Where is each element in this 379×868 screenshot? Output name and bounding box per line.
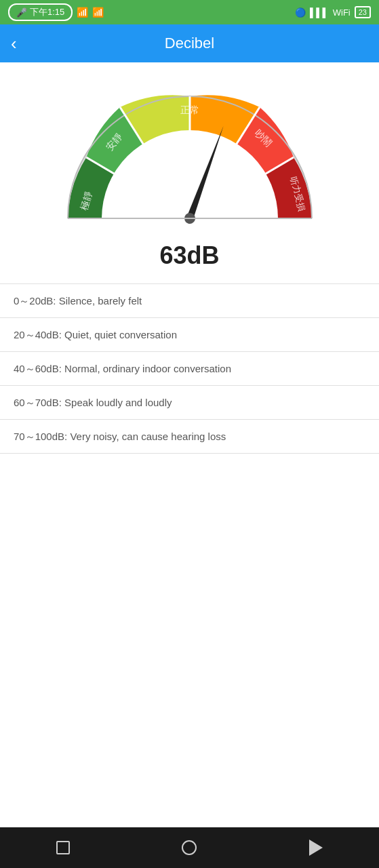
- wifi-icon: 📶: [92, 7, 104, 18]
- status-left: 🎤 下午1:15 📶 📶: [8, 3, 104, 21]
- info-range-4: 70～100dB:: [14, 431, 67, 442]
- status-right: 🔵 ▌▌▌ WiFi 23: [295, 6, 371, 18]
- signal-bars: ▌▌▌: [310, 7, 329, 18]
- status-bar: 🎤 下午1:15 📶 📶 🔵 ▌▌▌ WiFi 23: [0, 0, 379, 24]
- triangle-icon: [309, 840, 323, 856]
- info-list: 0～20dB: Silence, barely felt 20～40dB: Qu…: [0, 277, 379, 460]
- info-desc-2: Normal, ordinary indoor conversation: [64, 363, 231, 374]
- battery-icon: 23: [355, 6, 371, 18]
- info-range-3: 60～70dB:: [14, 397, 62, 408]
- info-item-3: 60～70dB: Speak loudly and loudly: [0, 386, 379, 420]
- main-content: 極靜 安靜 正常 吵鬧 听力受損: [0, 62, 379, 827]
- info-item-1: 20～40dB: Quiet, quiet conversation: [0, 318, 379, 352]
- db-reading: 63dB: [159, 241, 219, 270]
- circle-icon: [182, 840, 197, 855]
- nav-home-button[interactable]: [172, 831, 206, 865]
- gauge-wrapper: 極靜 安靜 正常 吵鬧 听力受損: [47, 76, 332, 239]
- square-icon: [56, 841, 70, 854]
- info-desc-3: Speak loudly and loudly: [64, 397, 172, 408]
- wifi-icon2: WiFi: [333, 7, 351, 18]
- back-button[interactable]: ‹: [11, 35, 17, 52]
- info-desc-4: Very noisy, can cause hearing loss: [70, 431, 226, 442]
- signal-icon: 📶: [77, 7, 88, 18]
- gauge-svg: 極靜 安靜 正常 吵鬧 听力受損: [47, 76, 332, 239]
- gauge-container: 極靜 安靜 正常 吵鬧 听力受損: [0, 62, 379, 277]
- mic-icon: 🎤: [16, 7, 27, 18]
- info-range-2: 40～60dB:: [14, 363, 62, 374]
- status-time: 下午1:15: [30, 6, 64, 18]
- svg-text:正常: 正常: [180, 104, 199, 115]
- bottom-nav: [0, 827, 379, 868]
- info-range-0: 0～20dB:: [14, 295, 56, 307]
- info-item-2: 40～60dB: Normal, ordinary indoor convers…: [0, 352, 379, 386]
- info-range-1: 20～40dB:: [14, 329, 62, 340]
- info-desc-1: Quiet, quiet conversation: [64, 329, 177, 340]
- bluetooth-icon: 🔵: [295, 7, 306, 18]
- top-bar: ‹ Decibel: [0, 24, 379, 62]
- page-title: Decibel: [165, 35, 214, 52]
- nav-back-button[interactable]: [299, 831, 333, 865]
- info-item-0: 0～20dB: Silence, barely felt: [0, 283, 379, 318]
- info-desc-0: Silence, barely felt: [59, 295, 142, 307]
- nav-square-button[interactable]: [46, 831, 80, 865]
- mic-pill: 🎤 下午1:15: [8, 3, 73, 21]
- info-item-4: 70～100dB: Very noisy, can cause hearing …: [0, 420, 379, 454]
